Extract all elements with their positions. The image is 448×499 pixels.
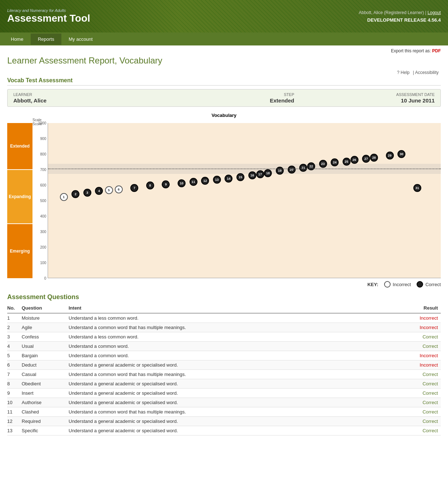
data-point-21: 21 [299,164,307,172]
chart-title: Vocabulary [7,113,441,118]
cell-result: Correct [405,407,441,417]
cell-intent: Understand a common word. [69,351,405,360]
questions-title: Assessment Questions [7,293,441,301]
cell-result: Correct [405,342,441,351]
data-point-30: 30 [397,150,405,158]
step-col: STEP Extended [154,92,294,104]
logout-link[interactable]: Logout [427,10,441,15]
cell-no: 11 [7,407,22,417]
accessibility-link[interactable]: Accessibility [415,70,439,75]
cell-intent: Understand a general academic or special… [69,379,405,389]
export-pdf-link[interactable]: PDF [432,48,441,53]
data-point-31: 31 [413,184,421,192]
cell-intent: Understand a common word that has multip… [69,407,405,417]
table-row: 3ConfessUnderstand a less common word.Co… [7,332,441,342]
cell-result: Correct [405,332,441,342]
table-row: 4UsualUnderstand a common word.Correct [7,342,441,351]
data-point-29: 29 [386,152,394,159]
data-point-5: 5 [105,186,113,194]
cell-intent: Understand a general academic or special… [69,398,405,407]
cell-question: Clashed [22,407,69,417]
data-point-25: 25 [343,158,351,166]
chart-plot-wrapper: 0 100 200 300 400 500 600 700 800 900 10… [32,123,441,278]
data-point-16: 16 [248,171,256,179]
questions-tbody: 1MoistureUnderstand a less common word.I… [7,313,441,435]
cell-intent: Understand a less common word. [69,332,405,342]
key-incorrect-circle [384,281,391,288]
col-intent: Intent [69,304,405,313]
cell-intent: Understand a general academic or special… [69,426,405,435]
key-incorrect: Incorrect [384,281,411,288]
data-point-9: 9 [162,180,170,188]
cell-no: 4 [7,342,22,351]
chart-key: KEY: Incorrect Correct [7,281,441,288]
nav-myaccount[interactable]: My account [61,34,100,45]
col-result: Result [405,304,441,313]
nav-reports[interactable]: Reports [31,34,62,45]
learner-col: LEARNER Abbott, Alice [13,92,154,104]
key-label: KEY: [367,282,378,287]
header-title: Assessment Tool [7,13,90,24]
header-banner: Literacy and Numeracy for Adults Assessm… [0,0,448,32]
data-point-22: 22 [307,162,315,170]
content-area: Export this report as: PDF Learner Asses… [0,45,448,443]
header-right: Abbott, Alice (Registered Learner) | Log… [359,10,441,23]
cell-result: Correct [405,417,441,426]
chart-plot: 1234567891011121314151617181920212223242… [48,123,441,278]
cell-no: 7 [7,370,22,379]
nav-home[interactable]: Home [4,34,31,45]
help-link[interactable]: ? Help [397,70,410,75]
date-col: ASSESSMENT DATE 10 June 2011 [294,92,435,104]
cell-question: Moisture [22,313,69,323]
table-row: 1MoistureUnderstand a less common word.I… [7,313,441,323]
chart-y-axis-bands: Extended Expanding Emerging [7,123,32,278]
header-user: Abbott, Alice (Registered Learner) | Log… [359,10,441,15]
data-point-7: 7 [130,184,138,192]
cell-result: Correct [405,379,441,389]
table-row: 2AgileUnderstand a common word that has … [7,323,441,332]
learner-name: Abbott, Alice [13,97,154,104]
cell-result: Correct [405,426,441,435]
cell-question: Agile [22,323,69,332]
data-point-13: 13 [213,176,221,184]
key-incorrect-label: Incorrect [393,282,411,287]
data-point-23: 23 [319,160,327,168]
cell-no: 9 [7,389,22,398]
date-label: ASSESSMENT DATE [294,92,435,97]
cell-result: Correct [405,398,441,407]
cell-intent: Understand a less common word. [69,313,405,323]
table-row: 12RequiredUnderstand a general academic … [7,417,441,426]
band-emerging: Emerging [7,224,32,278]
key-correct-label: Correct [425,282,441,287]
cell-intent: Understand a common word that has multip… [69,323,405,332]
cell-question: Bargain [22,351,69,360]
chart-wrapper: Extended Expanding Emerging 0 100 200 30… [7,119,441,278]
data-point-15: 15 [236,173,244,181]
data-point-20: 20 [288,166,296,174]
cell-intent: Understand a common word. [69,342,405,351]
table-row: 10AuthoriseUnderstand a general academic… [7,398,441,407]
header-version: DEVELOPMENT RELEASE 4.56.4 [359,17,441,23]
y-axis-ticks: 0 100 200 300 400 500 600 700 800 900 10… [32,123,48,278]
cell-intent: Understand a general academic or special… [69,389,405,398]
cell-result: Correct [405,370,441,379]
data-point-6: 6 [115,185,123,193]
cell-no: 5 [7,351,22,360]
cell-question: Insert [22,389,69,398]
col-no: No. [7,304,22,313]
cell-no: 8 [7,379,22,389]
cell-intent: Understand a common word that has multip… [69,370,405,379]
learner-label: LEARNER [13,92,154,97]
step-label: STEP [154,92,294,97]
data-point-1: 1 [60,193,68,201]
cell-question: Required [22,417,69,426]
step-value: Extended [154,97,294,104]
table-row: 9InsertUnderstand a general academic or … [7,389,441,398]
data-point-4: 4 [95,187,103,195]
scale-score-label: Scale Score [32,118,48,126]
cell-result: Correct [405,389,441,398]
key-correct-circle [417,281,423,288]
data-point-14: 14 [225,175,232,183]
table-row: 8ObedientUnderstand a general academic o… [7,379,441,389]
cell-no: 12 [7,417,22,426]
